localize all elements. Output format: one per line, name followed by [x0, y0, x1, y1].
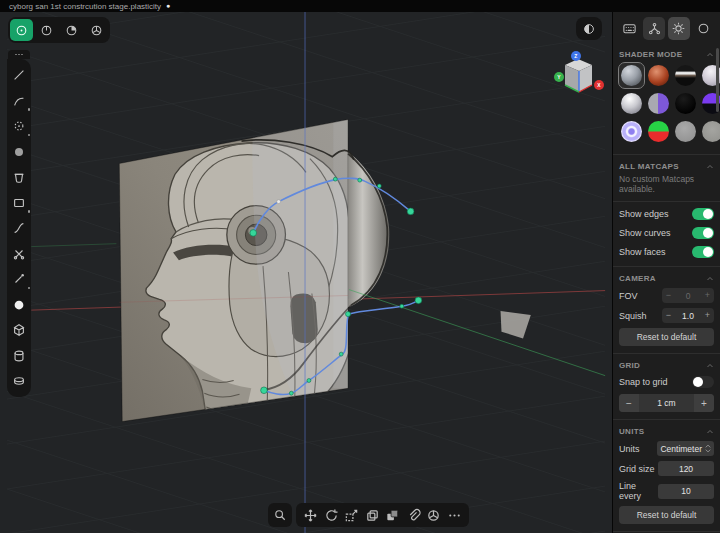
select-chevrons-icon — [705, 444, 711, 453]
units-select[interactable]: Centimeter — [657, 441, 714, 456]
squish-minus-button[interactable]: − — [662, 308, 675, 323]
matcap-flat-grey[interactable] — [673, 119, 698, 144]
region-tool[interactable] — [11, 144, 27, 160]
line-every-input[interactable]: 10 — [658, 484, 714, 499]
grid-spacing-minus-button[interactable]: − — [619, 394, 639, 412]
show-curves-toggle[interactable] — [692, 227, 714, 239]
matcap-zebra-ring[interactable] — [619, 119, 644, 144]
gear-icon — [671, 21, 686, 36]
spline-tool[interactable] — [11, 220, 27, 236]
material-tool-button[interactable] — [426, 508, 441, 523]
squish-plus-button[interactable]: + — [701, 308, 714, 323]
fov-stepper: − 0 + — [662, 288, 714, 303]
toolbar-grip-handle[interactable] — [8, 50, 30, 59]
material-sphere-icon — [426, 508, 441, 523]
squish-value[interactable]: 1.0 — [675, 311, 701, 321]
matcap-grid — [619, 62, 714, 147]
transform-toolbar — [296, 503, 469, 527]
axis-x-ball[interactable]: X — [594, 80, 604, 90]
viewport-3d[interactable]: Z Y X — [0, 12, 612, 533]
rotate-tool-button[interactable] — [324, 508, 339, 523]
snap-to-grid-row: Snap to grid — [619, 375, 714, 389]
view-cube-gizmo[interactable]: Z Y X — [550, 38, 612, 98]
section-all-matcaps[interactable]: ALL MATCAPS — [619, 162, 714, 171]
box-tool[interactable] — [11, 322, 27, 338]
curve-tool[interactable] — [11, 93, 27, 109]
grid-spacing-plus-button[interactable]: + — [694, 394, 714, 412]
tab-outliner[interactable] — [643, 17, 665, 40]
cylinder-tool[interactable] — [11, 348, 27, 364]
matcap-black[interactable] — [673, 91, 698, 116]
far-surface-fin[interactable] — [501, 311, 531, 338]
fov-value[interactable]: 0 — [675, 291, 701, 301]
spline-icon — [12, 221, 26, 235]
move-tool-button[interactable] — [303, 508, 318, 523]
sphere-icon — [12, 298, 26, 312]
render-mode-wireframe-button[interactable] — [85, 19, 108, 41]
matcap-copper[interactable] — [646, 63, 671, 88]
section-units[interactable]: UNITS — [619, 427, 714, 436]
attach-tool-button[interactable] — [406, 508, 421, 523]
sidebar-scrollbar[interactable] — [716, 48, 719, 112]
fov-plus-button[interactable]: + — [701, 288, 714, 303]
hierarchy-icon — [647, 21, 662, 36]
matcap-chrome[interactable] — [619, 91, 644, 116]
show-edges-toggle[interactable] — [692, 208, 714, 220]
ellipsis-icon — [447, 508, 462, 523]
disc-tool[interactable] — [11, 373, 27, 389]
rectangle-icon — [12, 196, 26, 210]
circle-icon — [696, 21, 711, 36]
matcap-flat-grey-2[interactable] — [700, 119, 720, 144]
tab-render[interactable] — [692, 17, 714, 40]
chevron-up-icon — [706, 428, 714, 436]
camera-reset-button[interactable]: Reset to default — [619, 328, 714, 346]
sphere-tool[interactable] — [11, 297, 27, 313]
boolean-tool-button[interactable] — [385, 508, 400, 523]
svg-text:Z: Z — [574, 53, 577, 59]
line-tool[interactable] — [11, 67, 27, 83]
control-point-circle-tool[interactable] — [11, 118, 27, 134]
scene-canvas[interactable] — [0, 12, 612, 533]
settings-sidebar: SHADER MODE ALL MATCAPS No custom Matcap… — [612, 12, 720, 533]
section-camera[interactable]: CAMERA — [619, 274, 714, 283]
wireframe-sphere-icon — [89, 23, 104, 38]
units-reset-button[interactable]: Reset to default — [619, 506, 714, 524]
chevron-up-icon — [706, 163, 714, 171]
fov-minus-button[interactable]: − — [662, 288, 675, 303]
window-titlebar[interactable]: cyborg san 1st constrcution stage.plasti… — [0, 0, 720, 12]
search-icon — [273, 508, 287, 522]
view-mode-toolbar — [8, 17, 110, 43]
search-button[interactable] — [268, 503, 292, 527]
show-faces-toggle[interactable] — [692, 246, 714, 258]
panel-toggle-button[interactable] — [576, 17, 602, 40]
matcap-green-red[interactable] — [646, 119, 671, 144]
tab-settings[interactable] — [668, 17, 690, 40]
grid-size-row: Grid size 120 — [619, 461, 714, 476]
duplicate-tool-button[interactable] — [365, 508, 380, 523]
trim-tool[interactable] — [11, 169, 27, 185]
axis-z-ball[interactable]: Z — [571, 51, 581, 61]
snap-to-grid-toggle[interactable] — [692, 376, 714, 388]
render-mode-shaded-button[interactable] — [60, 19, 83, 41]
grid-size-input[interactable]: 120 — [658, 461, 714, 476]
matcap-purple-split[interactable] — [646, 91, 671, 116]
cut-tool[interactable] — [11, 246, 27, 262]
grid-spacing-value[interactable]: 1 cm — [639, 398, 694, 408]
matcap-studio-dark[interactable] — [673, 63, 698, 88]
dotted-circle-icon — [12, 119, 26, 133]
section-shader-mode[interactable]: SHADER MODE — [619, 50, 714, 59]
more-options-button[interactable] — [447, 508, 462, 523]
axis-y-ball[interactable]: Y — [554, 72, 564, 82]
window-title: cyborg san 1st constrcution stage.plasti… — [9, 2, 161, 11]
render-mode-target-button[interactable] — [10, 19, 33, 41]
scale-tool-button[interactable] — [344, 508, 359, 523]
target-icon — [14, 23, 29, 38]
section-grid[interactable]: GRID — [619, 361, 714, 370]
line-icon — [12, 68, 26, 82]
fov-row: FOV − 0 + — [619, 288, 714, 303]
rectangle-tool[interactable] — [11, 195, 27, 211]
offset-curve-tool[interactable] — [11, 271, 27, 287]
tab-keyboard[interactable] — [619, 17, 641, 40]
matcap-default-grey[interactable] — [619, 63, 644, 88]
render-mode-solid-button[interactable] — [35, 19, 58, 41]
